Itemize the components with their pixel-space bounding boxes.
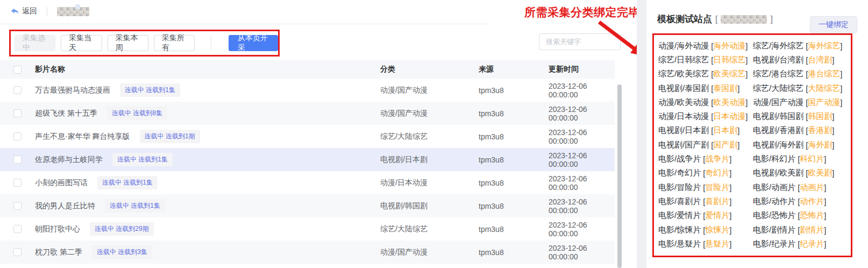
row-checkbox-cell [0, 248, 35, 256]
row-checkbox[interactable] [13, 86, 22, 94]
category-binding[interactable]: 综艺/欧美综艺 [欧美综艺] [658, 67, 753, 81]
collect-from-page-button[interactable]: 从本页开采 [229, 35, 278, 51]
binding-bracket-close: ] [832, 140, 834, 150]
video-category: 动漫/国产动漫 [380, 248, 479, 257]
blurred-site-name [721, 15, 767, 24]
binding-bracket-close: ] [745, 98, 748, 107]
binding-bracket-close: ] [745, 41, 748, 51]
bindings-grid: 动漫/海外动漫 [海外动漫] 综艺/海外综艺 [海外综艺] 综艺/日韩综艺 [日… [658, 39, 848, 251]
binding-bracket-close: ] [832, 126, 834, 135]
binding-bracket-close: ] [729, 225, 731, 235]
collect-all-button[interactable]: 采集所有 [154, 35, 195, 51]
binding-target-category: 海外剧 [808, 140, 832, 150]
binding-source-category: 电影/战争片 [658, 154, 701, 164]
select-all-checkbox[interactable] [13, 66, 22, 74]
category-binding[interactable]: 综艺/海外综艺 [海外综艺] [753, 39, 848, 53]
row-checkbox[interactable] [13, 248, 22, 256]
category-binding[interactable]: 电视剧/国产剧 [国产剧] [658, 138, 753, 152]
category-binding[interactable]: 动漫/日本动漫 [日本动漫] [658, 109, 753, 123]
binding-bracket-close: ] [737, 126, 739, 135]
category-binding[interactable]: 电影/恐怖片 [恐怖片] [753, 209, 848, 223]
video-name-cell: 朝阳打歌中心 连载中 连载到29期 [35, 222, 380, 236]
category-binding[interactable]: 电视剧/韩国剧 [韩国剧] [753, 109, 848, 123]
category-binding[interactable]: 电视剧/泰国剧 [泰国剧] [658, 81, 753, 95]
binding-target-category: 恐怖片 [800, 210, 824, 221]
video-title: 佐原老师与土岐同学 [35, 155, 103, 165]
table-row[interactable]: 小刻的画图写话 连载中 连载到1集 动漫/日本动漫 tpm3u8 2023-12… [0, 171, 615, 194]
category-binding[interactable]: 电视剧/欧美剧 [欧美剧] [753, 166, 848, 180]
table-row[interactable]: 佐原老师与土岐同学 连载中 连载到1集 电视剧/日本剧 tpm3u8 2023-… [0, 148, 615, 171]
table-row[interactable]: 万古最强驸马动态漫画 连载中 连载到1集 动漫/国产动漫 tpm3u8 2023… [0, 79, 615, 102]
collect-today-button[interactable]: 采集当天 [61, 35, 102, 51]
binding-target-category: 欧美剧 [808, 168, 832, 178]
row-checkbox[interactable] [13, 156, 22, 164]
category-binding[interactable]: 动漫/海外动漫 [海外动漫] [658, 39, 753, 53]
binding-bracket-close: ] [840, 41, 842, 51]
binding-target-category: 海外动漫 [713, 41, 745, 51]
row-checkbox[interactable] [13, 132, 22, 140]
binding-bracket-close: ] [840, 98, 842, 107]
binding-target-category: 日本动漫 [713, 111, 745, 122]
title-bracket-close: ] [770, 15, 772, 24]
category-binding[interactable]: 电视剧/日本剧 [日本剧] [658, 124, 753, 138]
serial-status-badge: 连载中 连载到1期 [140, 130, 200, 143]
table-body: 万古最强驸马动态漫画 连载中 连载到1集 动漫/国产动漫 tpm3u8 2023… [0, 79, 615, 264]
category-binding[interactable]: 动漫/欧美动漫 [欧美动漫] [658, 95, 753, 109]
table-row[interactable]: 超级飞侠 第十五季 连载中 连载到8集 动漫/国产动漫 tpm3u8 2023-… [0, 102, 615, 125]
collect-week-button[interactable]: 采集本周 [108, 35, 148, 51]
collect-toolbar-highlight-frame: 采集选中 采集当天 采集本周 采集所有 从本页开采 [9, 30, 280, 57]
row-checkbox-cell [0, 109, 35, 117]
category-binding[interactable]: 电影/剧情片 [剧情片] [753, 223, 848, 237]
binding-source-category: 综艺/海外综艺 [753, 41, 803, 51]
category-binding[interactable]: 综艺/港台综艺 [港台综艺] [753, 67, 848, 81]
video-category: 综艺/大陆综艺 [380, 132, 479, 142]
table-row[interactable]: 声生不息·家年华 舞台纯享版 连载中 连载到1期 综艺/大陆综艺 tpm3u8 … [0, 125, 615, 148]
video-category: 动漫/日本动漫 [380, 178, 479, 188]
row-checkbox[interactable] [13, 202, 22, 210]
category-binding[interactable]: 综艺/大陆综艺 [大陆综艺] [753, 81, 848, 95]
category-binding[interactable]: 电影/动画片 [动画片] [753, 180, 848, 194]
category-binding[interactable]: 电视剧/海外剧 [海外剧] [753, 138, 848, 152]
category-binding[interactable]: 综艺/日韩综艺 [日韩综艺] [658, 53, 753, 67]
category-binding[interactable]: 电影/惊悚片 [惊悚片] [658, 223, 753, 237]
video-updated: 2023-12-06 00:00:00 [549, 105, 615, 122]
category-binding[interactable]: 电影/冒险片 [冒险片] [658, 180, 753, 194]
binding-target-category: 国产剧 [713, 140, 737, 150]
video-source: tpm3u8 [479, 156, 549, 164]
category-binding[interactable]: 动漫/国产动漫 [国产动漫] [753, 95, 848, 109]
back-button[interactable]: 返回 [11, 6, 37, 16]
category-binding[interactable]: 电视剧/香港剧 [香港剧] [753, 124, 848, 138]
serial-status-badge: 连载中 连载到1集 [112, 153, 173, 166]
binding-bracket-close: ] [737, 84, 739, 93]
table-row[interactable]: 枕刀歌 第二季 连载中 连载到3集 动漫/国产动漫 tpm3u8 2023-12… [0, 241, 615, 264]
collect-selected-button[interactable]: 采集选中 [15, 35, 55, 51]
binding-source-category: 电影/动作片 [753, 196, 795, 207]
category-binding[interactable]: 电视剧/台湾剧 [台湾剧] [753, 53, 848, 67]
category-binding[interactable]: 电影/奇幻片 [奇幻片] [658, 166, 753, 180]
binding-target-category: 台湾剧 [808, 55, 832, 65]
category-binding[interactable]: 电影/科幻片 [科幻片] [753, 152, 848, 166]
one-click-bind-button[interactable]: 一键绑定 [810, 16, 857, 33]
category-binding[interactable]: 电影/动作片 [动作片] [753, 194, 848, 208]
category-binding[interactable]: 电影/爱情片 [爱情片] [658, 209, 753, 223]
video-updated: 2023-12-06 00:00:00 [549, 221, 615, 238]
binding-source-category: 综艺/欧美综艺 [658, 69, 709, 79]
row-checkbox[interactable] [13, 109, 22, 117]
table-row[interactable]: 朝阳打歌中心 连载中 连载到29期 综艺/大陆综艺 tpm3u8 2023-12… [0, 217, 615, 241]
binding-bracket-close: ] [832, 55, 834, 65]
panel-gap [637, 0, 646, 268]
row-checkbox[interactable] [13, 225, 22, 233]
binding-bracket-close: ] [824, 211, 826, 220]
category-binding[interactable]: 电影/战争片 [战争片] [658, 152, 753, 166]
row-checkbox[interactable] [13, 179, 22, 187]
table-row[interactable]: 我的男人是丘比特 连载中 连载到1集 电视剧/韩国剧 tpm3u8 2023-1… [0, 194, 615, 217]
category-binding[interactable]: 电影/悬疑片 [悬疑片] [658, 237, 753, 251]
binding-target-category: 日本剧 [713, 125, 737, 136]
back-arrow-icon [11, 8, 19, 15]
row-checkbox-cell [0, 156, 35, 164]
category-binding[interactable]: 电影/喜剧片 [喜剧片] [658, 194, 753, 208]
vertical-scrollbar[interactable] [617, 84, 622, 268]
header-category: 分类 [380, 65, 479, 74]
category-binding[interactable]: 电影/纪录片 [纪录片] [753, 237, 848, 251]
binding-target-category: 纪录片 [800, 239, 824, 249]
